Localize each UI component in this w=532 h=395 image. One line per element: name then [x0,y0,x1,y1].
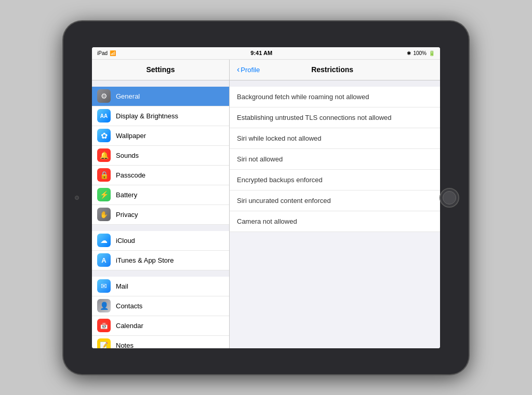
sidebar-item-calendar[interactable]: 📅 Calendar [92,316,229,336]
notes-icon: 📝 [97,338,111,348]
sidebar-item-notes[interactable]: 📝 Notes [92,336,229,348]
icloud-icon: ☁ [97,234,111,247]
detail-title: Restrictions [263,65,402,74]
back-label: Profile [241,66,260,74]
detail-header: ‹ Profile Restrictions [230,60,440,80]
battery-icon: 🔋 [429,50,435,56]
sidebar-item-sounds[interactable]: 🔔 Sounds [92,146,229,166]
sidebar-item-mail[interactable]: ✉ Mail [92,277,229,296]
sidebar-spacer-2 [92,225,229,231]
status-time: 9:41 AM [250,50,272,56]
home-button-inner [443,191,456,205]
ipad-device: iPad 📶 9:41 AM ✱ 100% 🔋 Settings ⚙ [63,21,469,374]
sidebar-item-general[interactable]: ⚙ General [92,87,229,106]
mail-label: Mail [116,282,128,290]
icloud-label: iCloud [116,237,135,244]
status-bar: iPad 📶 9:41 AM ✱ 100% 🔋 [92,47,440,60]
passcode-icon: 🔒 [97,168,111,182]
status-ipad: iPad [97,50,108,56]
detail-pane: ‹ Profile Restrictions Background fetch … [230,60,440,348]
bluetooth-icon: ✱ [407,50,411,56]
main-content: Settings ⚙ General AA Display & Brightne… [92,60,440,348]
sidebar-item-privacy[interactable]: ✋ Privacy [92,205,229,225]
sidebar: Settings ⚙ General AA Display & Brightne… [92,60,230,348]
display-icon: AA [97,109,111,122]
sidebar-item-icloud[interactable]: ☁ iCloud [92,231,229,251]
restriction-item-1: Establishing untrusted TLS connections n… [230,107,440,128]
sidebar-spacer-1 [92,80,229,87]
itunes-label: iTunes & App Store [116,256,174,264]
wifi-icon: 📶 [110,50,116,56]
calendar-icon: 📅 [97,319,111,332]
battery-label-side: Battery [116,191,137,199]
privacy-label: Privacy [116,211,138,219]
sidebar-item-contacts[interactable]: 👤 Contacts [92,296,229,316]
restriction-item-5: Siri uncurated content enforced [230,190,440,211]
sidebar-item-battery[interactable]: ⚡ Battery [92,185,229,205]
restriction-item-3: Siri not allowed [230,149,440,170]
battery-label: 100% [413,50,427,56]
restriction-item-4: Encrypted backups enforced [230,170,440,190]
sidebar-spacer-3 [92,270,229,277]
sounds-icon: 🔔 [97,148,111,162]
sidebar-item-wallpaper[interactable]: ✿ Wallpaper [92,126,229,146]
passcode-label: Passcode [116,171,145,179]
sounds-label: Sounds [116,152,139,159]
general-icon: ⚙ [97,89,111,103]
restriction-item-6: Camera not allowed [230,211,440,232]
detail-empty [230,232,440,336]
home-button[interactable] [440,188,459,208]
wallpaper-icon: ✿ [97,129,111,142]
itunes-icon: A [97,253,111,267]
contacts-label: Contacts [116,302,142,310]
ipad-screen: iPad 📶 9:41 AM ✱ 100% 🔋 Settings ⚙ [92,47,440,348]
wallpaper-label: Wallpaper [116,132,146,140]
contacts-icon: 👤 [97,299,111,312]
display-label: Display & Brightness [116,112,178,120]
sidebar-item-display[interactable]: AA Display & Brightness [92,106,229,126]
mail-icon: ✉ [97,279,111,293]
calendar-label: Calendar [116,322,143,330]
general-label: General [116,92,140,100]
sidebar-header: Settings [92,60,229,80]
chevron-left-icon: ‹ [237,65,240,74]
sidebar-title: Settings [146,65,175,74]
notes-label: Notes [116,342,134,348]
sidebar-item-itunes[interactable]: A iTunes & App Store [92,251,229,270]
back-button[interactable]: ‹ Profile [237,65,260,74]
restriction-item-0: Background fetch while roaming not allow… [230,87,440,107]
sidebar-item-passcode[interactable]: 🔒 Passcode [92,166,229,185]
battery-icon-side: ⚡ [97,188,111,201]
camera-dot [75,196,79,200]
status-right: ✱ 100% 🔋 [407,50,435,56]
restriction-spacer [230,80,440,87]
restriction-item-2: Siri while locked not allowed [230,128,440,149]
privacy-icon: ✋ [97,208,111,221]
status-left: iPad 📶 [97,50,116,56]
